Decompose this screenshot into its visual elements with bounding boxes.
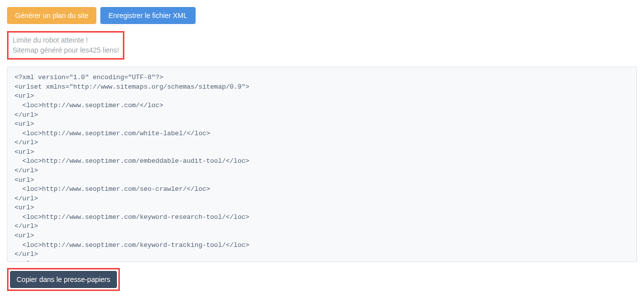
generate-sitemap-button[interactable]: Générer un plan du site bbox=[7, 7, 96, 24]
save-xml-button[interactable]: Enregistrer le fichier XML bbox=[100, 7, 195, 24]
copy-clipboard-button[interactable]: Copier dans le presse-papiers bbox=[10, 271, 117, 288]
status-line-2: Sitemap généré pour les425 liens! bbox=[13, 46, 119, 56]
status-message-box: Limite du robot atteinte ! Sitemap génér… bbox=[7, 31, 124, 60]
xml-output-box[interactable]: <?xml version="1.0" encoding="UTF-8"?> <… bbox=[7, 67, 637, 262]
copy-button-highlight: Copier dans le presse-papiers bbox=[7, 268, 120, 291]
top-button-row: Générer un plan du site Enregistrer le f… bbox=[7, 7, 637, 24]
status-line-1: Limite du robot atteinte ! bbox=[13, 36, 119, 46]
